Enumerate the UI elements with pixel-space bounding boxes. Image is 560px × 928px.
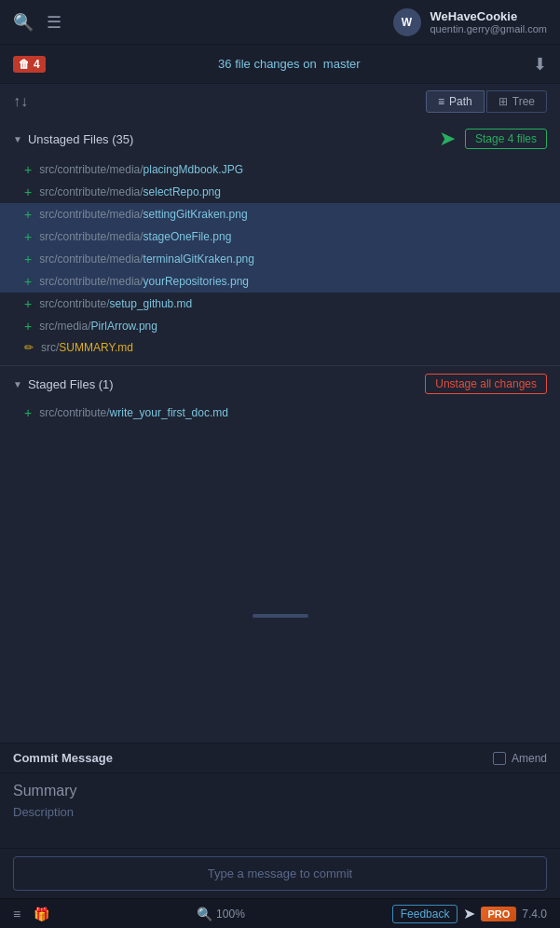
filename: terminalGitKraken.png: [143, 252, 254, 266]
tree-view-button[interactable]: ⊞ Tree: [486, 90, 547, 113]
staged-title: Staged Files (1): [28, 377, 114, 391]
file-path: src/contribute/media/: [39, 230, 143, 243]
view-bar: ↑↓ ≡ Path ⊞ Tree: [0, 84, 560, 119]
bottom-bar: ≡ 🎁 🔍 100% Feedback ➤ PRO 7.4.0: [0, 898, 560, 928]
version-label: 7.4.0: [522, 908, 547, 921]
files-container: ▼ Unstaged Files (35) ➤ Stage 4 files + …: [0, 119, 560, 743]
file-path: src/contribute/media/: [39, 275, 143, 288]
file-status-icon: +: [24, 162, 32, 177]
file-path: src/media/: [39, 320, 90, 333]
file-status-icon: +: [24, 207, 32, 222]
unstaged-header-left: ▼ Unstaged Files (35): [13, 132, 133, 146]
gift-icon[interactable]: 🎁: [34, 907, 49, 921]
user-email: quentin.gerry@gmail.com: [430, 23, 548, 34]
unstaged-file-item[interactable]: + src/contribute/media/placingMdbook.JPG: [0, 158, 560, 181]
unstaged-file-item[interactable]: + src/contribute/media/stageOneFile.png: [0, 225, 560, 248]
unstaged-actions: ➤ Stage 4 files: [439, 127, 547, 151]
file-status-icon: +: [24, 296, 32, 311]
path-label: Path: [449, 95, 472, 108]
unstaged-file-item[interactable]: + src/contribute/media/settingGitKraken.…: [0, 203, 560, 225]
file-path: src/contribute/media/: [39, 208, 143, 221]
unstaged-file-item[interactable]: + src/contribute/media/selectRepo.png: [0, 181, 560, 203]
commit-header: Commit Message Amend: [0, 744, 560, 773]
path-view-button[interactable]: ≡ Path: [426, 90, 485, 113]
filename: PirlArrow.png: [91, 320, 157, 333]
file-path: src/: [41, 341, 59, 354]
bottom-left: ≡ 🎁: [13, 907, 49, 921]
gitkraken-icon[interactable]: ➤: [439, 127, 456, 151]
unstaged-file-item[interactable]: + src/contribute/setup_github.md: [0, 293, 560, 315]
bottom-right: Feedback ➤ PRO 7.4.0: [392, 905, 547, 923]
commit-btn-row: Type a message to commit: [0, 848, 560, 898]
file-path: src/contribute/media/: [39, 185, 143, 198]
avatar: W: [393, 8, 421, 36]
toolbar: 🗑 4 36 file changes on master ⬇: [0, 45, 560, 84]
file-changes-info: 36 file changes on master: [218, 57, 361, 71]
unstaged-section-header[interactable]: ▼ Unstaged Files (35) ➤ Stage 4 files: [0, 119, 560, 158]
sort-icon[interactable]: ↑↓: [13, 93, 28, 110]
app-header: 🔍 ☰ W WeHaveCookie quentin.gerry@gmail.c…: [0, 0, 560, 45]
file-status-icon: +: [24, 184, 32, 199]
amend-checkbox[interactable]: [493, 752, 506, 765]
file-status-icon: +: [24, 229, 32, 244]
list-icon[interactable]: ≡: [13, 907, 20, 921]
filename: setup_github.md: [110, 297, 193, 310]
scrollbar-hint: [0, 610, 560, 621]
stage-files-button[interactable]: Stage 4 files: [465, 129, 547, 149]
commit-area: Commit Message Amend Summary Description…: [0, 743, 560, 898]
file-changes-text: 36 file changes on: [218, 57, 317, 71]
unstaged-chevron: ▼: [13, 134, 22, 144]
header-icons: 🔍 ☰: [13, 12, 61, 33]
unstaged-file-item[interactable]: ✏ src/SUMMARY.md: [0, 337, 560, 358]
user-section: W WeHaveCookie quentin.gerry@gmail.com: [393, 8, 548, 36]
commit-text-area[interactable]: Summary Description: [0, 773, 560, 848]
zoom-icon[interactable]: 🔍: [197, 907, 212, 921]
zoom-level: 100%: [216, 908, 245, 921]
tree-label: Tree: [512, 95, 535, 108]
feedback-button[interactable]: Feedback: [392, 905, 458, 923]
filename: stageOneFile.png: [143, 230, 232, 243]
staged-file-item[interactable]: + src/contribute/write_your_first_doc.md: [0, 402, 560, 424]
toolbar-left: 🗑 4: [13, 56, 46, 73]
filename: write_your_first_doc.md: [110, 406, 228, 419]
summary-placeholder: Summary: [13, 783, 547, 799]
file-status-icon: +: [24, 319, 32, 334]
filename: placingMdbook.JPG: [143, 163, 243, 176]
unstaged-file-item[interactable]: + src/contribute/media/terminalGitKraken…: [0, 248, 560, 270]
file-path: src/contribute/: [39, 406, 109, 419]
search-icon[interactable]: 🔍: [13, 12, 34, 33]
filename: selectRepo.png: [143, 185, 221, 198]
scrollbar-thumb: [253, 614, 308, 618]
pro-badge: PRO: [481, 907, 516, 921]
unstaged-title: Unstaged Files (35): [28, 132, 133, 146]
username: WeHaveCookie: [430, 9, 548, 23]
description-placeholder: Description: [13, 805, 547, 819]
file-path: src/contribute/media/: [39, 163, 143, 176]
tree-icon: ⊞: [499, 95, 508, 108]
file-status-icon: +: [24, 405, 32, 420]
staged-chevron: ▼: [13, 379, 22, 389]
unstage-all-button[interactable]: Unstage all changes: [425, 374, 547, 394]
file-status-icon: +: [24, 274, 32, 289]
staged-count-badge[interactable]: 🗑 4: [13, 56, 46, 73]
file-path: src/contribute/media/: [39, 252, 143, 266]
staged-header-left: ▼ Staged Files (1): [13, 377, 114, 391]
unstaged-file-item[interactable]: + src/media/PirlArrow.png: [0, 315, 560, 337]
user-info: WeHaveCookie quentin.gerry@gmail.com: [430, 9, 548, 34]
download-icon[interactable]: ⬇: [533, 54, 547, 75]
badge-count: 4: [34, 58, 40, 71]
file-status-icon: ✏: [24, 341, 34, 354]
file-status-icon: +: [24, 252, 32, 266]
empty-space: [0, 424, 560, 610]
path-icon: ≡: [438, 95, 444, 108]
file-path: src/contribute/: [39, 297, 109, 310]
menu-icon[interactable]: ☰: [47, 12, 61, 33]
staged-section-header[interactable]: ▼ Staged Files (1) Unstage all changes: [0, 365, 560, 402]
trash-icon: 🗑: [19, 58, 30, 71]
unstaged-file-item[interactable]: + src/contribute/media/yourRepositories.…: [0, 270, 560, 293]
filename: settingGitKraken.png: [143, 208, 248, 221]
commit-label: Commit Message: [13, 751, 113, 765]
view-toggle: ≡ Path ⊞ Tree: [426, 90, 547, 113]
amend-row: Amend: [493, 752, 547, 765]
commit-button[interactable]: Type a message to commit: [13, 856, 547, 891]
